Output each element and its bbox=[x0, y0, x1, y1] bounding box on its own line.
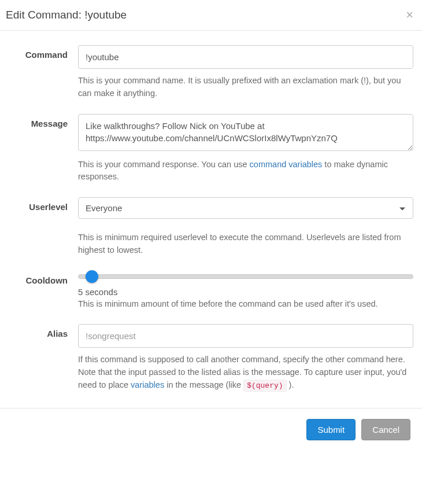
command-variables-link[interactable]: command variables bbox=[250, 160, 323, 169]
cancel-button[interactable]: Cancel bbox=[361, 419, 410, 440]
cooldown-label: Cooldown bbox=[9, 271, 78, 311]
modal-body: Command This is your command name. It is… bbox=[0, 31, 422, 408]
cooldown-slider[interactable] bbox=[78, 274, 413, 279]
message-row: Message Like walkthroughs? Follow Nick o… bbox=[9, 114, 413, 184]
cooldown-slider-thumb[interactable] bbox=[86, 270, 98, 283]
submit-button[interactable]: Submit bbox=[306, 419, 356, 440]
alias-help-text3: ). bbox=[287, 380, 294, 389]
variables-link[interactable]: variables bbox=[131, 380, 164, 389]
message-help: This is your command response. You can u… bbox=[78, 159, 413, 184]
userlevel-select[interactable]: Everyone bbox=[78, 197, 413, 219]
cooldown-row: Cooldown 5 seconds This is minimum amoun… bbox=[9, 271, 413, 311]
alias-help: If this command is supposed to call anot… bbox=[78, 354, 413, 391]
command-label: Command bbox=[9, 45, 78, 100]
cooldown-value: 5 seconds bbox=[78, 287, 413, 297]
close-icon[interactable]: × bbox=[406, 9, 413, 21]
modal-footer: Submit Cancel bbox=[0, 408, 422, 451]
userlevel-row: Userlevel Everyone This is minimum requi… bbox=[9, 197, 413, 257]
command-help: This is your command name. It is usually… bbox=[78, 75, 413, 100]
userlevel-label: Userlevel bbox=[9, 197, 78, 257]
userlevel-help: This is minimum required userlevel to ex… bbox=[78, 231, 413, 257]
message-help-text: This is your command response. You can u… bbox=[78, 160, 250, 169]
alias-input[interactable] bbox=[78, 324, 413, 348]
message-label: Message bbox=[9, 114, 78, 184]
modal-title: Edit Command: !youtube bbox=[6, 9, 413, 21]
command-row: Command This is your command name. It is… bbox=[9, 45, 413, 100]
alias-help-text2: in the message (like bbox=[164, 380, 243, 389]
cooldown-help: This is minimum amount of time before th… bbox=[78, 298, 413, 311]
command-input[interactable] bbox=[78, 45, 413, 69]
alias-row: Alias If this command is supposed to cal… bbox=[9, 324, 413, 391]
query-code: $(query) bbox=[243, 380, 286, 392]
modal-header: Edit Command: !youtube × bbox=[0, 0, 422, 31]
message-textarea[interactable]: Like walkthroughs? Follow Nick on YouTub… bbox=[78, 114, 413, 151]
alias-label: Alias bbox=[9, 324, 78, 391]
